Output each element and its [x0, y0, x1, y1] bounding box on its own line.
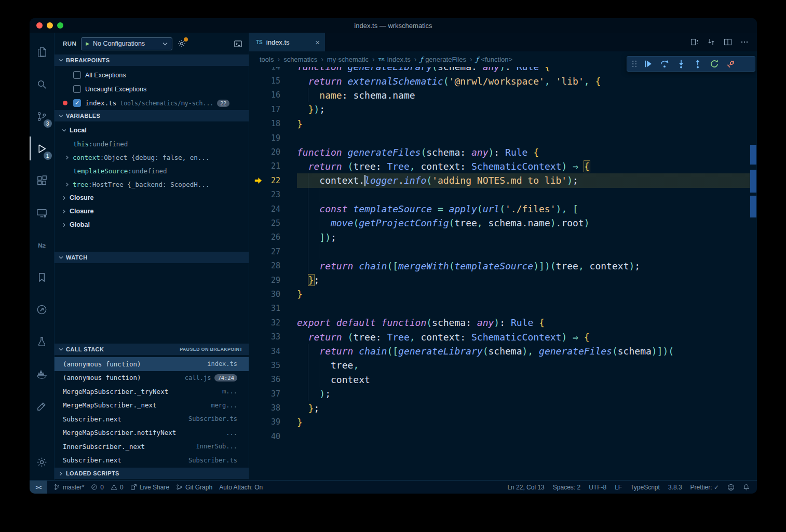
code-line-33[interactable]: 33return (tree: Tree, context: Schematic… [249, 330, 750, 344]
line-number-23[interactable]: 23 [249, 190, 297, 199]
chevron-right-icon[interactable] [65, 155, 70, 160]
line-number-20[interactable]: 20 [249, 147, 297, 157]
line-number-14[interactable]: 14 [249, 67, 297, 72]
call-stack-frame[interactable]: Subscriber.nextSubscriber.ts [55, 412, 249, 426]
line-number-24[interactable]: 24 [249, 204, 297, 214]
drag-grip[interactable] [629, 57, 640, 71]
chevron-right-icon[interactable] [62, 196, 66, 200]
step-into-button[interactable] [673, 57, 689, 71]
close-tab-icon[interactable]: × [315, 38, 320, 47]
breakpoint-checkbox[interactable]: ✓ [73, 99, 81, 107]
status-prettier---[interactable]: Prettier: ✓ [690, 484, 719, 491]
code-line-32[interactable]: 32export default function(schema: any): … [249, 316, 750, 330]
line-number-33[interactable]: 33 [249, 332, 297, 342]
line-number-21[interactable]: 21 [249, 161, 297, 171]
status-3-8-3[interactable]: 3.8.3 [668, 484, 682, 491]
code-line-23[interactable]: 23 [249, 188, 750, 202]
status-typescript[interactable]: TypeScript [630, 484, 660, 491]
code-line-38[interactable]: 38}; [249, 401, 750, 415]
line-number-15[interactable]: 15 [249, 76, 297, 86]
step-over-button[interactable] [656, 57, 673, 71]
line-number-35[interactable]: 35 [249, 361, 297, 370]
activity-edit-session[interactable] [30, 390, 55, 422]
code-line-27[interactable]: 27 [249, 244, 750, 258]
status-warning[interactable]: 0 [111, 484, 124, 491]
line-number-19[interactable]: 19 [249, 133, 297, 143]
activity-tests[interactable] [30, 325, 55, 358]
activity-source-control[interactable]: 3 [30, 100, 55, 132]
call-stack-frame[interactable]: MergeMapSubscriber.notifyNext... [55, 426, 249, 440]
activity-bookmarks[interactable] [30, 261, 55, 293]
breakpoint-row[interactable]: Uncaught Exceptions [55, 82, 249, 96]
status-spaces--2[interactable]: Spaces: 2 [553, 484, 580, 491]
zoom-button[interactable] [57, 22, 63, 29]
call-stack-frame[interactable]: InnerSubscriber._nextInnerSub... [55, 440, 249, 454]
breakpoints-header[interactable]: BREAKPOINTS [55, 54, 249, 66]
call-stack-frame[interactable]: Subscriber.nextSubscriber.ts [55, 454, 249, 468]
code-line-20[interactable]: 20function generateFiles(schema: any): R… [249, 145, 750, 159]
breadcrumb-item-generatefiles[interactable]: ƒgenerateFiles [420, 56, 466, 63]
line-number-37[interactable]: 37 [249, 389, 297, 399]
line-number-28[interactable]: 28 [249, 261, 297, 270]
status-branch[interactable]: master* [53, 484, 84, 491]
breadcrumb-item-tools[interactable]: tools [260, 56, 274, 63]
variable-row[interactable]: context: Object {debug: false, en... [55, 151, 249, 164]
status-feedback[interactable] [727, 484, 735, 491]
chevron-right-icon[interactable] [62, 223, 66, 227]
step-out-button[interactable] [689, 57, 706, 71]
activity-docker[interactable] [30, 358, 55, 390]
activity-remote-explorer[interactable] [30, 197, 55, 229]
activity-nx-console[interactable]: N≥ [30, 229, 55, 261]
watch-header[interactable]: WATCH [55, 252, 249, 263]
open-changes-icon[interactable] [690, 38, 699, 46]
status-utf-8[interactable]: UTF-8 [589, 484, 606, 491]
code-line-24[interactable]: 24const templateSource = apply(url('./fi… [249, 202, 750, 216]
breakpoint-row[interactable]: ✓index.tstools/schematics/my-sch...22 [55, 96, 249, 110]
chevron-right-icon[interactable] [65, 182, 70, 187]
line-number-38[interactable]: 38 [249, 403, 297, 413]
more-actions-icon[interactable] [740, 38, 749, 46]
line-number-26[interactable]: 26 [249, 233, 297, 242]
loaded-scripts-header[interactable]: LOADED SCRIPTS [55, 468, 249, 479]
status-error[interactable]: 0 [91, 484, 104, 491]
code-line-28[interactable]: 28return chain([mergeWith(templateSource… [249, 258, 750, 272]
code-line-35[interactable]: 35tree, [249, 358, 750, 372]
status-bell[interactable] [743, 484, 750, 490]
breakpoint-dot[interactable] [63, 101, 67, 105]
code-line-17[interactable]: 17}); [249, 102, 750, 116]
breakpoint-checkbox[interactable] [73, 71, 81, 79]
restart-button[interactable] [706, 57, 723, 71]
breadcrumb-item-function[interactable]: ƒ<function> [476, 56, 513, 63]
activity-explorer[interactable] [30, 36, 55, 68]
code-line-16[interactable]: 16name: schema.name [249, 88, 750, 102]
code-line-34[interactable]: 34return chain([generateLibrary(schema),… [249, 344, 750, 358]
status-remote[interactable]: >< [30, 481, 47, 494]
code-editor[interactable]: 14function generateLibrary(schema: any):… [249, 67, 757, 480]
tab-index-ts[interactable]: TS index.ts × [249, 33, 325, 51]
call-stack-frame[interactable]: (anonymous function)index.ts [55, 357, 249, 371]
line-number-34[interactable]: 34 [249, 347, 297, 356]
code-line-21[interactable]: 21return (tree: Tree, context: Schematic… [249, 159, 750, 173]
code-line-22[interactable]: 22context.logger.info('adding NOTES.md t… [249, 173, 750, 187]
line-number-17[interactable]: 17 [249, 105, 297, 114]
status-ln-22--col-13[interactable]: Ln 22, Col 13 [507, 484, 544, 491]
status-auto-attach--on[interactable]: Auto Attach: On [219, 484, 263, 491]
activity-live-share[interactable] [30, 293, 55, 325]
debug-console-button[interactable] [234, 39, 242, 48]
line-number-25[interactable]: 25 [249, 219, 297, 228]
split-editor-icon[interactable] [724, 38, 732, 46]
line-number-16[interactable]: 16 [249, 90, 297, 100]
line-number-31[interactable]: 31 [249, 304, 297, 313]
code-line-19[interactable]: 19 [249, 131, 750, 145]
call-stack-frame[interactable]: (anonymous function)call.js74:24 [55, 371, 249, 385]
variable-row[interactable]: tree: HostTree {_backend: ScopedH... [55, 178, 249, 191]
code-line-37[interactable]: 37); [249, 387, 750, 401]
activity-extensions[interactable] [30, 165, 55, 197]
variables-scope-global[interactable]: Global [55, 218, 249, 231]
line-number-32[interactable]: 32 [249, 318, 297, 328]
line-number-27[interactable]: 27 [249, 247, 297, 256]
variables-scope-closure[interactable]: Closure [55, 204, 249, 218]
activity-settings[interactable] [30, 446, 55, 478]
close-button[interactable] [36, 22, 43, 29]
titlebar[interactable]: index.ts — wrkschematics [30, 18, 757, 33]
